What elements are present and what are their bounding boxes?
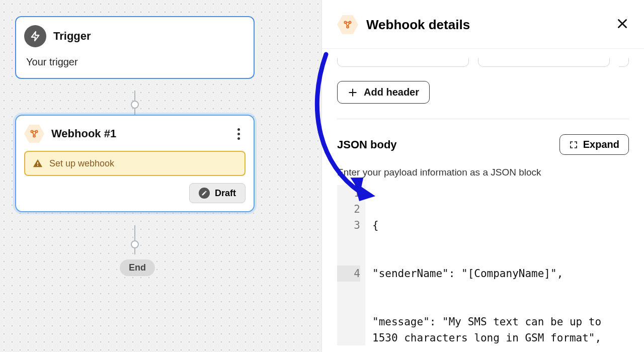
header-key-input[interactable]: [337, 58, 469, 67]
webhook-node[interactable]: Webhook #1 Set up webhook Draft: [15, 115, 255, 212]
add-header-label: Add header: [364, 86, 419, 98]
end-node: End: [120, 259, 155, 276]
warning-text: Set up webhook: [49, 158, 114, 169]
code-line: "message": "My SMS text can be up to 153…: [372, 314, 627, 345]
json-description: Enter your payload information as a JSON…: [337, 167, 629, 178]
svg-rect-3: [37, 162, 38, 164]
close-icon[interactable]: [616, 17, 629, 32]
line-gutter: 1 2 3 4: [337, 185, 365, 345]
header-value-input[interactable]: [478, 58, 610, 67]
json-editor[interactable]: 1 2 3 4 { "senderName": "[CompanyName]",…: [337, 185, 629, 345]
kebab-menu-icon[interactable]: [231, 127, 246, 141]
setup-warning[interactable]: Set up webhook: [24, 151, 246, 176]
code-area[interactable]: { "senderName": "[CompanyName]", "messag…: [365, 185, 627, 345]
svg-rect-4: [37, 165, 38, 166]
plus-icon: [348, 87, 358, 98]
pencil-icon: [199, 188, 210, 199]
webhook-icon: [24, 124, 44, 144]
json-body-title: JSON body: [337, 138, 397, 151]
connector-handle[interactable]: [131, 101, 139, 109]
warning-icon: [32, 158, 43, 169]
connector-line: [134, 225, 135, 254]
line-number: 3: [337, 217, 360, 266]
code-line: "senderName": "[CompanyName]",: [372, 266, 627, 282]
trigger-title: Trigger: [53, 30, 91, 43]
add-header-button[interactable]: Add header: [337, 81, 430, 104]
workflow-canvas[interactable]: Trigger Your trigger Webhook #1: [0, 0, 322, 352]
draft-button[interactable]: Draft: [189, 183, 246, 203]
trigger-description: Your trigger: [24, 56, 246, 70]
svg-point-2: [33, 135, 35, 137]
panel-title: Webhook details: [366, 17, 608, 33]
trigger-node[interactable]: Trigger Your trigger: [15, 16, 255, 79]
header-remove-button[interactable]: [619, 58, 629, 67]
connector-handle[interactable]: [131, 240, 139, 248]
header-inputs-row: [337, 58, 629, 67]
expand-button[interactable]: Expand: [559, 134, 629, 155]
line-number: 4: [337, 266, 360, 282]
webhook-title: Webhook #1: [51, 127, 224, 140]
line-number: 2: [337, 201, 360, 217]
divider: [337, 119, 629, 119]
lightning-icon: [24, 25, 46, 47]
webhook-icon: [337, 14, 358, 35]
expand-label: Expand: [583, 139, 619, 150]
code-line: {: [372, 217, 627, 233]
draft-label: Draft: [215, 188, 236, 199]
line-number: 1: [337, 185, 360, 201]
details-panel: Webhook details Add header JSON body: [322, 0, 644, 352]
expand-icon: [569, 140, 578, 149]
svg-point-7: [347, 26, 349, 28]
